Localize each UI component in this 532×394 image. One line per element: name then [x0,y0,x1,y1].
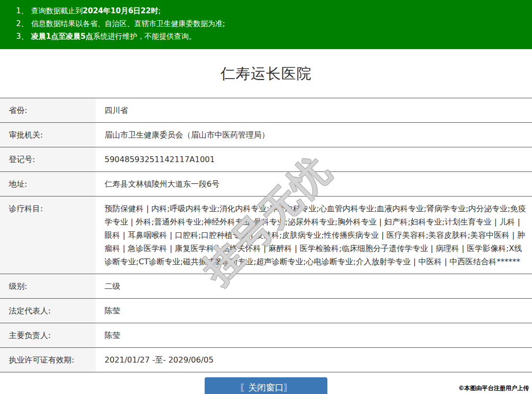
notice-highlight: 2024年10月6日22时 [83,6,159,15]
page-title: 仁寿运长医院 [0,49,532,98]
notice-text: 查询数据截止到 [31,6,83,15]
table-row-approval-authority: 审批机关: 眉山市卫生健康委员会（眉山市中医药管理局） [0,123,532,147]
table-row-address: 地址: 仁寿县文林镇陵州大道东一段6号 [0,172,532,197]
table-row-level: 级别: 二级 [0,274,532,299]
row-value: 预防保健科 | 内科;呼吸内科专业;消化内科专业;神经内科专业;心血管内科专业;… [96,197,532,274]
image-upload-note: ©本图由平台注册用户上传 [456,384,529,393]
row-value: 二级 [96,274,532,298]
notice-line-2: 2、信息数据结果以各省、自治区、直辖市卫生健康委数据为准; [16,17,527,30]
row-value: 59048593251142117A1001 [96,147,532,171]
notice-number: 1、 [16,6,28,15]
notice-line-3: 3、凌晨1点至凌晨5点系统进行维护，不能提供查询。 [16,30,527,43]
row-label: 主要负责人: [0,323,96,347]
row-label: 审批机关: [0,123,96,147]
row-label: 地址: [0,172,96,196]
page: 1、查询数据截止到2024年10月6日22时; 2、信息数据结果以各省、自治区、… [0,0,532,394]
close-window-button[interactable]: 〖关闭窗口〗 [205,377,327,394]
row-value: 四川省 [96,98,532,122]
notice-text: 信息数据结果以各省、自治区、直辖市卫生健康委数据为准; [31,19,225,28]
row-value: 2021/01/27 -至- 2029/06/05 [96,348,532,372]
table-row-license-validity: 执业许可证有效期: 2021/01/27 -至- 2029/06/05 [0,348,532,372]
table-row-medical-subjects: 诊疗科目: 预防保健科 | 内科;呼吸内科专业;消化内科专业;神经内科专业;心血… [0,197,532,274]
row-label: 诊疗科目: [0,197,96,274]
row-value: 仁寿县文林镇陵州大道东一段6号 [96,172,532,196]
row-value: 陈莹 [96,323,532,347]
notice-banner: 1、查询数据截止到2024年10月6日22时; 2、信息数据结果以各省、自治区、… [0,0,532,49]
notice-line-1: 1、查询数据截止到2024年10月6日22时; [16,4,527,17]
table-row-legal-representative: 法定代表人: 陈莹 [0,299,532,323]
notice-text: ; [158,6,160,15]
notice-highlight: 凌晨1点至凌晨5点 [31,32,93,41]
row-label: 级别: [0,274,96,298]
row-label: 法定代表人: [0,299,96,323]
table-row-person-in-charge: 主要负责人: 陈莹 [0,323,532,348]
notice-number: 2、 [16,19,28,28]
row-label: 登记号: [0,147,96,171]
hospital-info-table: 省份: 四川省 审批机关: 眉山市卫生健康委员会（眉山市中医药管理局） 登记号:… [0,98,532,372]
notice-number: 3、 [16,32,28,41]
table-row-registration-number: 登记号: 59048593251142117A1001 [0,147,532,172]
row-label: 执业许可证有效期: [0,348,96,372]
notice-text: 系统进行维护，不能提供查询。 [93,32,196,41]
row-label: 省份: [0,98,96,122]
row-value: 眉山市卫生健康委员会（眉山市中医药管理局） [96,123,532,147]
table-row-province: 省份: 四川省 [0,98,532,123]
row-value: 陈莹 [96,299,532,323]
